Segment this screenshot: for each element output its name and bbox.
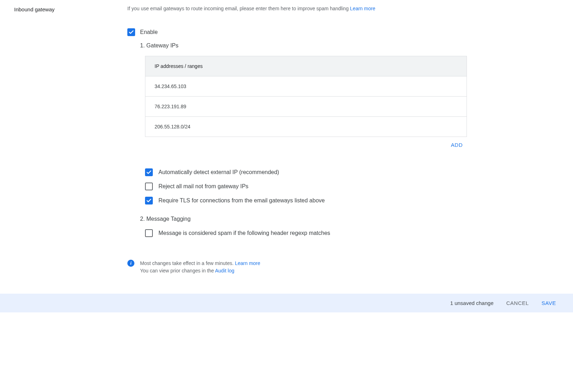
table-row[interactable]: 206.55.128.0/24 (145, 117, 467, 137)
spam-regexp-label: Message is considered spam if the follow… (158, 230, 330, 236)
check-icon (146, 169, 152, 175)
spam-regexp-checkbox[interactable] (145, 229, 153, 237)
save-button[interactable]: SAVE (542, 300, 556, 306)
check-icon (128, 29, 134, 35)
require-tls-label: Require TLS for connections from the ema… (158, 197, 325, 204)
add-button[interactable]: ADD (447, 139, 467, 151)
auto-detect-label: Automatically detect external IP (recomm… (158, 169, 279, 175)
info-learn-more-link[interactable]: Learn more (235, 260, 260, 266)
table-row[interactable]: 34.234.65.103 (145, 76, 467, 97)
section-description: If you use email gateways to route incom… (127, 6, 467, 11)
require-tls-checkbox[interactable] (145, 197, 153, 204)
reject-non-gateway-checkbox[interactable] (145, 183, 153, 190)
table-header: IP addresses / ranges (145, 56, 467, 76)
info-line2: You can view prior changes in the (140, 268, 215, 273)
gateway-ips-heading: 1. Gateway IPs (140, 42, 467, 49)
cancel-button[interactable]: CANCEL (506, 300, 529, 306)
description-text: If you use email gateways to route incom… (127, 6, 350, 11)
gateway-ips-table: IP addresses / ranges 34.234.65.103 76.2… (145, 56, 467, 137)
section-title: Inbound gateway (14, 6, 127, 12)
unsaved-changes-text: 1 unsaved change (450, 300, 494, 306)
enable-label: Enable (140, 29, 158, 35)
info-line1: Most changes take effect in a few minute… (140, 260, 235, 266)
check-icon (146, 198, 152, 203)
info-text: Most changes take effect in a few minute… (140, 260, 260, 275)
audit-log-link[interactable]: Audit log (215, 268, 234, 273)
message-tagging-heading: 2. Message Tagging (140, 216, 467, 222)
footer-bar: 1 unsaved change CANCEL SAVE (0, 294, 573, 312)
table-row[interactable]: 76.223.191.89 (145, 97, 467, 117)
learn-more-link[interactable]: Learn more (350, 6, 376, 11)
enable-checkbox[interactable] (127, 28, 135, 36)
auto-detect-checkbox[interactable] (145, 168, 153, 176)
reject-non-gateway-label: Reject all mail not from gateway IPs (158, 183, 248, 190)
info-icon: i (127, 260, 134, 267)
table-header-label: IP addresses / ranges (155, 63, 203, 69)
